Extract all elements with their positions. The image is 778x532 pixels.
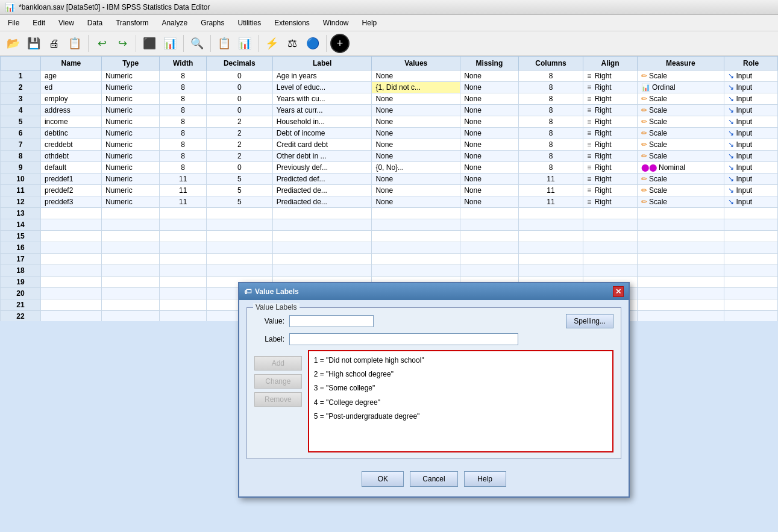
cell-name[interactable]: employ — [40, 93, 101, 105]
cell-values[interactable]: None — [372, 196, 460, 208]
split-file-button[interactable]: ⚡ — [262, 34, 281, 53]
cell-missing[interactable]: None — [460, 162, 519, 174]
cell-columns[interactable]: 8 — [518, 162, 583, 174]
variables-button[interactable]: 📊 — [160, 34, 180, 53]
cell-align[interactable]: ≡ Right — [583, 128, 637, 139]
save-button[interactable]: 💾 — [24, 34, 43, 53]
menu-edit[interactable]: Edit — [27, 16, 51, 30]
cell-label[interactable]: Credit card debt — [272, 139, 372, 151]
cell-type[interactable]: Numeric — [101, 82, 160, 93]
cell-name[interactable]: income — [40, 116, 101, 128]
cell-label[interactable]: Household in... — [272, 116, 372, 128]
cell-type[interactable]: Numeric — [101, 174, 160, 185]
cell-align[interactable]: ≡ Right — [583, 116, 637, 128]
cell-label[interactable]: Other debt in ... — [272, 151, 372, 162]
cell-label[interactable]: Debt of income — [272, 128, 372, 139]
cell-width[interactable]: 8 — [160, 93, 206, 105]
cell-columns[interactable]: 8 — [518, 139, 583, 151]
col-label-header[interactable]: Label — [272, 57, 372, 70]
cell-measure[interactable]: ✏ Scale — [637, 151, 724, 162]
cell-measure[interactable]: ✏ Scale — [637, 196, 724, 208]
cell-measure[interactable]: ✏ Scale — [637, 174, 724, 185]
cell-name[interactable]: age — [40, 70, 101, 82]
cell-measure[interactable]: ✏ Scale — [637, 128, 724, 139]
cell-measure[interactable]: ✏ Scale — [637, 105, 724, 116]
cell-measure[interactable]: ✏ Scale — [637, 70, 724, 82]
cell-columns[interactable]: 8 — [518, 93, 583, 105]
modal-close-button[interactable]: ✕ — [613, 286, 624, 297]
cell-name[interactable]: preddef2 — [40, 185, 101, 196]
cell-values[interactable]: None — [372, 128, 460, 139]
cell-role[interactable]: ↘ Input — [724, 82, 778, 93]
cell-measure[interactable]: ✏ Scale — [637, 93, 724, 105]
cell-type[interactable]: Numeric — [101, 139, 160, 151]
menu-utilities[interactable]: Utilities — [232, 16, 266, 30]
cell-label[interactable]: Prediacted de... — [272, 185, 372, 196]
menu-graphs[interactable]: Graphs — [195, 16, 230, 30]
cell-columns[interactable]: 11 — [518, 185, 583, 196]
col-values-header[interactable]: Values — [372, 57, 460, 70]
cell-width[interactable]: 8 — [160, 139, 206, 151]
cell-label[interactable]: Predicted def... — [272, 174, 372, 185]
menu-view[interactable]: View — [53, 16, 80, 30]
cell-type[interactable]: Numeric — [101, 93, 160, 105]
goto-case-button[interactable]: ⬛ — [140, 34, 159, 53]
cell-align[interactable]: ≡ Right — [583, 93, 637, 105]
cell-missing[interactable]: None — [460, 70, 519, 82]
cell-decimals[interactable]: 0 — [206, 162, 272, 174]
cell-width[interactable]: 8 — [160, 128, 206, 139]
col-align-header[interactable]: Align — [583, 57, 637, 70]
menu-window[interactable]: Window — [318, 16, 354, 30]
cell-width[interactable]: 8 — [160, 116, 206, 128]
cell-values[interactable]: {0, No}... — [372, 162, 460, 174]
cell-values[interactable]: None — [372, 151, 460, 162]
cell-measure[interactable]: ⬤⬤ Nominal — [637, 162, 724, 174]
cell-align[interactable]: ≡ Right — [583, 174, 637, 185]
menu-extensions[interactable]: Extensions — [269, 16, 315, 30]
cell-measure[interactable]: ✏ Scale — [637, 116, 724, 128]
cell-columns[interactable]: 8 — [518, 70, 583, 82]
cell-decimals[interactable]: 2 — [206, 139, 272, 151]
cell-decimals[interactable]: 0 — [206, 70, 272, 82]
cell-missing[interactable]: None — [460, 105, 519, 116]
weight-cases-button[interactable]: ⚖ — [283, 34, 302, 53]
cell-type[interactable]: Numeric — [101, 116, 160, 128]
cell-role[interactable]: ↘ Input — [724, 128, 778, 139]
cell-columns[interactable]: 8 — [518, 116, 583, 128]
select-cases-button[interactable]: 🔵 — [303, 34, 322, 53]
cell-measure[interactable]: 📊 Ordinal — [637, 82, 724, 93]
cell-values[interactable]: None — [372, 105, 460, 116]
cell-label[interactable]: Age in years — [272, 70, 372, 82]
cell-missing[interactable]: None — [460, 174, 519, 185]
cell-width[interactable]: 8 — [160, 70, 206, 82]
cell-role[interactable]: ↘ Input — [724, 105, 778, 116]
cell-decimals[interactable]: 0 — [206, 93, 272, 105]
cell-type[interactable]: Numeric — [101, 162, 160, 174]
spelling-button[interactable]: Spelling... — [566, 314, 613, 321]
cell-role[interactable]: ↘ Input — [724, 162, 778, 174]
cell-columns[interactable]: 11 — [518, 196, 583, 208]
cell-label[interactable]: Years with cu... — [272, 93, 372, 105]
cell-align[interactable]: ≡ Right — [583, 151, 637, 162]
cell-width[interactable]: 8 — [160, 151, 206, 162]
undo-button[interactable]: ↩ — [92, 34, 111, 53]
cell-missing[interactable]: None — [460, 128, 519, 139]
menu-file[interactable]: File — [2, 16, 25, 30]
cell-align[interactable]: ≡ Right — [583, 82, 637, 93]
cell-decimals[interactable]: 0 — [206, 105, 272, 116]
cell-name[interactable]: preddef3 — [40, 196, 101, 208]
cell-type[interactable]: Numeric — [101, 128, 160, 139]
data-view-button[interactable]: 📋 — [215, 34, 234, 53]
cell-name[interactable]: othdebt — [40, 151, 101, 162]
cell-measure[interactable]: ✏ Scale — [637, 139, 724, 151]
cell-type[interactable]: Numeric — [101, 151, 160, 162]
cell-decimals[interactable]: 2 — [206, 128, 272, 139]
col-type-header[interactable]: Type — [101, 57, 160, 70]
cell-width[interactable]: 8 — [160, 82, 206, 93]
cell-role[interactable]: ↘ Input — [724, 70, 778, 82]
cell-type[interactable]: Numeric — [101, 105, 160, 116]
cell-name[interactable]: default — [40, 162, 101, 174]
cell-label[interactable]: Years at curr... — [272, 105, 372, 116]
print-button[interactable]: 🖨 — [45, 34, 64, 53]
cell-type[interactable]: Numeric — [101, 185, 160, 196]
